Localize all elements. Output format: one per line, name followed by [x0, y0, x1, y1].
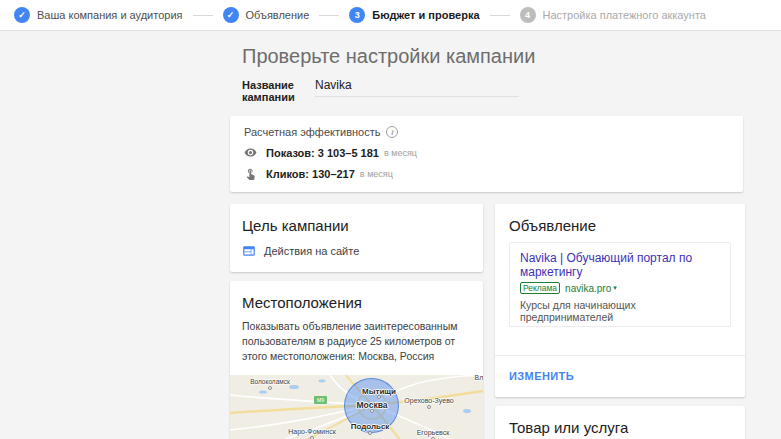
goal-card-title: Цель кампании — [242, 217, 471, 234]
step-number-icon: 4 — [520, 7, 536, 23]
campaign-name-label: Название кампании — [242, 79, 315, 103]
website-icon — [242, 244, 256, 258]
stepper-step-company[interactable]: ✓ Ваша компания и аудитория — [14, 7, 183, 23]
stepper-step-ad[interactable]: ✓ Объявление — [223, 7, 310, 23]
step-label: Ваша компания и аудитория — [37, 9, 183, 21]
impressions-label: Показов: — [266, 147, 315, 159]
step-label: Бюджет и проверка — [372, 9, 479, 21]
stepper-step-payment: 4 Настройка платежного аккаунта — [520, 7, 706, 23]
goal-row: Действия на сайте — [242, 244, 471, 258]
city-marker — [310, 436, 314, 439]
clicks-value: 130–217 — [312, 168, 355, 180]
impressions-row: Показов: 3 103–5 181 в месяц — [244, 146, 729, 159]
ad-card-title: Объявление — [495, 217, 745, 234]
ad-card: Объявление Navika | Обучающий портал по … — [495, 204, 745, 397]
campaign-name-row: Название кампании Navika — [242, 78, 746, 103]
step-connector — [193, 15, 213, 16]
map-label-orekhovo: Орехово-Зуево — [404, 397, 453, 404]
stepper-step-budget[interactable]: 3 Бюджет и проверка — [349, 7, 479, 23]
road-badge: М9 — [314, 396, 327, 404]
step-label: Настройка платежного аккаунта — [543, 9, 706, 21]
map-label-mytishchi: Мытищи — [362, 387, 396, 396]
map-label-naro-fominsk: Наро-Фоминск — [288, 428, 335, 435]
chevron-down-icon[interactable]: ▾ — [613, 284, 617, 292]
ad-badge: Реклама — [520, 282, 560, 294]
locations-card-title: Местоположения — [230, 294, 483, 311]
city-marker — [368, 431, 372, 435]
edit-ad-link[interactable]: ИЗМЕНИТЬ — [509, 370, 574, 382]
impressions-suffix: в месяц — [384, 148, 417, 158]
eye-icon — [244, 146, 257, 159]
step-number-icon: 3 — [349, 7, 365, 23]
estimate-title: Расчетная эффективность — [244, 126, 380, 138]
main-content: Проверьте настройки кампании Название ка… — [230, 31, 746, 439]
city-marker — [268, 386, 272, 390]
clicks-row: Кликов: 130–217 в месяц — [244, 167, 729, 180]
locations-card: Местоположения Показывать объявление заи… — [230, 281, 483, 439]
goal-card: Цель кампании Действия на сайте — [230, 204, 483, 272]
estimate-card: Расчетная эффективность i Показов: 3 103… — [230, 116, 743, 192]
ad-meta-row: Реклама navika.pro ▾ — [520, 282, 720, 294]
location-map[interactable]: М9 Волоколамск Мытищи Москва Орехово-Зуе… — [230, 375, 483, 439]
map-label-yegoryevsk: Егорьевск — [417, 429, 450, 436]
map-label-moscow: Москва — [357, 400, 388, 410]
tap-icon — [244, 167, 257, 180]
ad-display-url: navika.pro — [565, 283, 611, 294]
impressions-value: 3 103–5 181 — [318, 147, 379, 159]
clicks-label: Кликов: — [266, 168, 309, 180]
check-icon: ✓ — [223, 7, 239, 23]
goal-value: Действия на сайте — [264, 245, 359, 257]
stepper-header: ✓ Ваша компания и аудитория ✓ Объявление… — [0, 0, 781, 31]
map-label-vladimir-partial: Вл — [475, 375, 483, 381]
ad-description: Курсы для начинающих предпринимателей — [520, 299, 720, 323]
product-card-title: Товар или услуга — [509, 419, 731, 436]
step-connector — [490, 15, 510, 16]
page-title: Проверьте настройки кампании — [242, 45, 746, 68]
info-icon[interactable]: i — [386, 126, 398, 138]
step-connector — [319, 15, 339, 16]
city-marker — [427, 405, 431, 409]
product-card: Товар или услуга Ваш вид деятельности: К… — [495, 406, 745, 439]
campaign-name-input[interactable]: Navika — [315, 78, 519, 97]
locations-description: Показывать объявление заинтересованным п… — [230, 311, 483, 375]
map-label-volokolamsk: Волоколамск — [250, 378, 290, 385]
ad-preview: Navika | Обучающий портал по маркетингу … — [509, 242, 731, 327]
ad-headline-link[interactable]: Navika | Обучающий портал по маркетингу — [520, 251, 720, 279]
estimate-title-row: Расчетная эффективность i — [244, 126, 729, 138]
check-icon: ✓ — [14, 7, 30, 23]
step-label: Объявление — [246, 9, 310, 21]
map-label-podolsk: Подольск — [351, 422, 390, 431]
clicks-suffix: в месяц — [360, 169, 393, 179]
